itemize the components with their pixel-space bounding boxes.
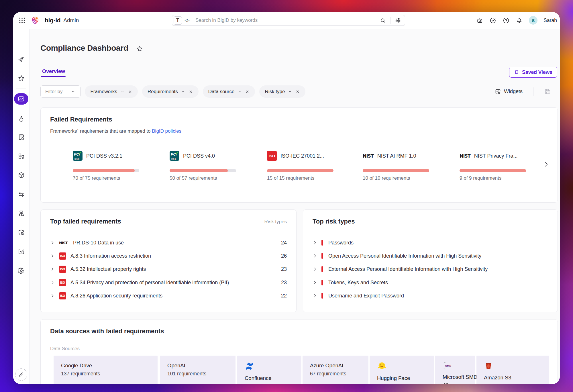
search-input[interactable]: Search in BigID by keywords xyxy=(195,17,380,23)
data-source-tile-azure-openai[interactable]: Azure OpenAI 67 requirements xyxy=(303,356,368,384)
iso-logo: ISO xyxy=(59,252,66,260)
chevron-down-icon[interactable] xyxy=(181,89,185,94)
edit-pencil-button[interactable] xyxy=(15,369,27,381)
top-risk-types-panel: Top risk types Passwords Open Access Per… xyxy=(303,209,558,312)
nav-rocket-icon[interactable] xyxy=(15,53,28,66)
expand-chevron-icon[interactable] xyxy=(313,267,317,271)
nav-inventory-cube-icon[interactable] xyxy=(15,169,28,181)
top-risk-types-title: Top risk types xyxy=(313,218,355,225)
nav-policies-check-icon[interactable] xyxy=(15,245,28,258)
expand-chevron-icon[interactable] xyxy=(50,254,55,258)
tasks-check-icon[interactable] xyxy=(489,17,497,24)
nav-risk-flame-icon[interactable] xyxy=(15,112,28,125)
help-icon[interactable] xyxy=(503,17,510,24)
data-sources-title: Data sources with failed requirements xyxy=(50,328,164,335)
widgets-button[interactable]: Widgets xyxy=(494,88,523,95)
search-query-mode-button[interactable]: </> xyxy=(183,16,191,25)
top-failed-requirements-panel: Top failed requirements Risk types NIST … xyxy=(40,209,297,312)
filter-chip-risk-type[interactable]: Risk type xyxy=(259,85,305,98)
data-source-tile-microsoft-smb[interactable]: SMB Microsoft SMB 47 requirements xyxy=(435,356,475,384)
data-source-tile-google-drive[interactable]: Google Drive 137 requirements xyxy=(54,356,158,384)
search-text-mode-button[interactable]: T xyxy=(174,16,182,25)
failed-requirement-row[interactable]: ISO A.5.32 Intellectual property rights … xyxy=(50,262,287,276)
app-window: big·id Admin T </> Search in BigID by ke… xyxy=(13,12,560,384)
data-sources-card: Data sources with failed requirements Da… xyxy=(40,319,558,384)
save-layout-disk-icon[interactable] xyxy=(544,88,551,95)
nav-catalog-sitemap-icon[interactable] xyxy=(15,207,28,219)
expand-chevron-icon[interactable] xyxy=(50,293,55,298)
framework-card-pci-v40[interactable]: PCI ✓ DSS PCI DSS v4.0 50 of 57 requirem… xyxy=(170,151,258,161)
chevron-down-icon[interactable] xyxy=(120,89,125,94)
nav-favorites-star-icon[interactable] xyxy=(15,72,28,85)
framework-card-iso-27001[interactable]: ISO ISO-IEC 27001 2... 15 of 15 requirem… xyxy=(267,151,356,161)
expand-chevron-icon[interactable] xyxy=(313,293,317,298)
app-launcher-grid-icon[interactable] xyxy=(18,17,26,24)
failed-requirement-row[interactable]: ISO A.8.26 Application security requirem… xyxy=(50,289,287,302)
nav-settings-gear-icon[interactable] xyxy=(15,264,28,277)
framework-card-nist-privacy[interactable]: NIST NIST Privacy Fra... 9 of 9 requirem… xyxy=(460,151,548,161)
data-source-tile-confluence[interactable]: Confluence 84 requirements xyxy=(237,356,301,384)
data-source-tile-openai[interactable]: OpenAI 101 requirements xyxy=(160,356,236,384)
filter-by-dropdown[interactable]: Filter by xyxy=(40,85,81,98)
search-divider xyxy=(390,17,390,24)
expand-chevron-icon[interactable] xyxy=(50,240,55,245)
filter-chip-requirements[interactable]: Requirements xyxy=(142,85,199,98)
chevron-down-icon xyxy=(70,89,76,94)
risk-severity-bar-icon xyxy=(321,253,323,259)
risk-type-row[interactable]: Tokens, Keys and Secrets xyxy=(313,276,548,289)
data-source-tile-amazon-s3[interactable]: Amazon S3 46 requirements xyxy=(476,356,549,384)
nist-logo: NIST xyxy=(59,241,69,245)
assistant-bot-icon[interactable] xyxy=(476,17,483,24)
failed-requirement-row[interactable]: ISO A.5.34 Privacy and protection of per… xyxy=(50,276,287,289)
iso-logo: ISO xyxy=(59,292,66,299)
search-filters-icon[interactable] xyxy=(395,17,401,24)
iso-logo: ISO xyxy=(59,279,66,286)
notifications-bell-icon[interactable] xyxy=(516,17,523,24)
confluence-icon xyxy=(245,361,301,371)
filter-chip-data-source[interactable]: Data source xyxy=(203,85,255,98)
page-title: Compliance Dashboard xyxy=(40,44,128,53)
risk-type-row[interactable]: Open Access Personal Identifiable Inform… xyxy=(313,249,548,262)
close-icon[interactable] xyxy=(128,89,132,94)
expand-chevron-icon[interactable] xyxy=(50,280,55,285)
framework-card-pci-v321[interactable]: PCI ✓ DSS PCI DSS v3.2.1 70 of 75 requir… xyxy=(73,151,162,161)
toolbar-divider xyxy=(533,87,533,96)
expand-chevron-icon[interactable] xyxy=(313,254,317,258)
close-icon[interactable] xyxy=(245,89,250,94)
nist-logo: NIST xyxy=(363,153,374,159)
expand-chevron-icon[interactable] xyxy=(313,280,317,285)
search-icon[interactable] xyxy=(380,17,386,24)
risk-type-row[interactable]: Username and Explicit Password xyxy=(313,289,548,302)
progress-bar xyxy=(73,169,139,172)
data-source-tile-hugging-face[interactable]: Hugging Face 66 requirements xyxy=(370,356,434,384)
nav-data-explorer-icon[interactable] xyxy=(15,131,28,143)
chevron-down-icon[interactable] xyxy=(288,89,292,94)
favorite-star-icon[interactable] xyxy=(136,45,143,52)
framework-card-nist-ai-rmf[interactable]: NIST NIST AI RMF 1.0 10 of 10 requiremen… xyxy=(363,151,452,161)
user-avatar[interactable]: S xyxy=(529,16,537,25)
svg-text:SMB: SMB xyxy=(445,364,451,367)
nav-dashboard-chart-icon[interactable] xyxy=(14,93,28,105)
close-icon[interactable] xyxy=(189,89,193,94)
saved-views-button[interactable]: Saved Views xyxy=(509,67,557,78)
bigid-policies-link[interactable]: BigID policies xyxy=(152,128,181,134)
close-icon[interactable] xyxy=(295,89,300,94)
expand-chevron-icon[interactable] xyxy=(313,240,317,245)
failed-requirement-row[interactable]: ISO A.8.3 Information access restriction… xyxy=(50,249,287,262)
risk-type-row[interactable]: Passwords xyxy=(313,236,548,249)
risk-type-row[interactable]: External Access Personal Identifiable In… xyxy=(313,262,548,276)
failed-requirement-row[interactable]: NIST PR.DS-10 Data in use 24 xyxy=(50,236,287,249)
iso-logo: ISO xyxy=(59,266,66,273)
nav-access-shield-icon[interactable] xyxy=(15,226,28,239)
risk-severity-bar-icon xyxy=(321,280,323,285)
filter-chip-frameworks[interactable]: Frameworks xyxy=(85,85,138,98)
global-search-bar[interactable]: T </> Search in BigID by keywords xyxy=(172,15,405,26)
tab-overview[interactable]: Overview xyxy=(42,68,65,75)
nav-classification-blocks-icon[interactable] xyxy=(15,150,28,162)
carousel-next-chevron-icon[interactable] xyxy=(543,161,550,168)
main-content: Compliance Dashboard Overview Saved View… xyxy=(30,29,560,384)
expand-chevron-icon[interactable] xyxy=(50,267,55,271)
user-name: Sarah xyxy=(543,17,557,23)
chevron-down-icon[interactable] xyxy=(238,89,242,94)
nav-data-flows-swap-icon[interactable] xyxy=(15,188,28,201)
